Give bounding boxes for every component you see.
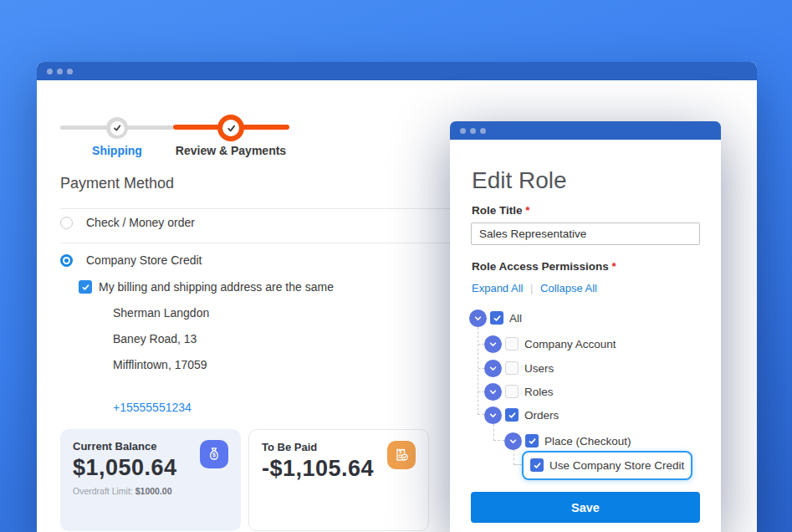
edit-role-modal: Edit Role Role Title * Role Access Permi… xyxy=(450,121,721,532)
permission-checkbox-place-checkout[interactable] xyxy=(525,434,539,448)
permission-checkbox-use-company-store-credit[interactable] xyxy=(530,458,544,472)
permission-label: Roles xyxy=(524,386,554,398)
payment-option-label: Check / Money order xyxy=(86,216,195,229)
payment-option-check-money-order[interactable]: Check / Money order xyxy=(60,216,195,229)
current-balance-card: Current Balance $1,050.64 Overdraft Limi… xyxy=(60,429,241,531)
desktop-background: Shipping Review & Payments Payment Metho… xyxy=(0,0,792,532)
phone-link[interactable]: +15555551234 xyxy=(113,401,192,414)
svg-text:$: $ xyxy=(212,452,216,458)
window-control-dot[interactable] xyxy=(480,128,486,134)
window-control-dot[interactable] xyxy=(67,69,73,74)
window-control-dot[interactable] xyxy=(460,128,466,134)
step-review-check-icon[interactable] xyxy=(217,115,244,141)
to-be-paid-card: To Be Paid -$1,105.64 $ xyxy=(248,429,429,531)
permission-checkbox-roles[interactable] xyxy=(505,385,519,398)
window-control-dot[interactable] xyxy=(470,128,476,134)
permission-label: Orders xyxy=(524,409,559,422)
permission-label: All xyxy=(509,312,522,325)
step-label-shipping[interactable]: Shipping xyxy=(70,144,164,157)
payment-method-heading: Payment Method xyxy=(60,175,174,192)
billing-same-address-label: My billing and shipping address are the … xyxy=(99,280,334,294)
address-city-zip: Mifflintown, 17059 xyxy=(113,358,207,371)
permission-label: Use Company Store Credit xyxy=(549,459,684,472)
tree-row-place-checkout[interactable]: Place (Checkout) xyxy=(504,432,631,450)
window-control-dot[interactable] xyxy=(57,69,63,74)
step-shipping-check-icon[interactable] xyxy=(106,117,128,139)
chevron-down-icon[interactable] xyxy=(504,432,522,450)
permission-checkbox-all[interactable] xyxy=(490,311,503,325)
tree-row-use-company-store-credit[interactable]: Use Company Store Credit xyxy=(530,456,684,474)
overdraft-limit-label: Overdraft Limit: xyxy=(73,486,133,496)
payment-option-company-store-credit[interactable]: Company Store Credit xyxy=(60,253,202,267)
window-control-dot[interactable] xyxy=(47,69,53,74)
permission-checkbox-users[interactable] xyxy=(505,361,519,375)
checkbox-checked-icon[interactable] xyxy=(79,280,92,294)
tree-row-orders[interactable]: Orders xyxy=(484,406,559,424)
permission-label: Place (Checkout) xyxy=(544,435,631,448)
address-street: Baney Road, 13 xyxy=(113,332,197,345)
permission-label: Users xyxy=(524,362,554,375)
chevron-down-icon[interactable] xyxy=(484,383,502,401)
step-label-review: Review & Payments xyxy=(164,144,298,157)
divider xyxy=(60,208,475,209)
divider xyxy=(60,243,475,243)
radio-checked-icon[interactable] xyxy=(60,254,73,267)
money-bag-icon: $ xyxy=(200,440,228,468)
tree-row-all[interactable]: All xyxy=(469,309,522,327)
permissions-tree: AllCompany AccountUsersRolesOrdersPlace … xyxy=(450,140,721,532)
permission-checkbox-company-account[interactable] xyxy=(505,337,519,350)
payment-option-label: Company Store Credit xyxy=(86,253,202,267)
permission-checkbox-orders[interactable] xyxy=(505,408,519,422)
chevron-down-icon[interactable] xyxy=(469,309,487,327)
billing-same-address-checkbox-row[interactable]: My billing and shipping address are the … xyxy=(79,280,334,294)
permission-label: Company Account xyxy=(524,338,616,350)
chevron-down-icon[interactable] xyxy=(484,407,502,424)
invoice-check-icon: $ xyxy=(387,441,416,469)
tree-row-roles[interactable]: Roles xyxy=(484,382,554,401)
tree-row-company-account[interactable]: Company Account xyxy=(484,335,616,353)
tree-row-users[interactable]: Users xyxy=(484,359,554,377)
overdraft-limit-value: $1000.00 xyxy=(135,486,172,496)
edit-role-modal-titlebar xyxy=(450,121,721,140)
overdraft-limit-note: Overdraft Limit: $1000.00 xyxy=(73,486,228,496)
radio-unchecked-icon[interactable] xyxy=(60,217,73,229)
chevron-down-icon[interactable] xyxy=(484,335,502,353)
checkout-window-titlebar xyxy=(37,62,757,80)
save-button[interactable]: Save xyxy=(471,492,700,523)
chevron-down-icon[interactable] xyxy=(484,360,502,377)
address-name: Sherman Langdon xyxy=(113,306,209,320)
